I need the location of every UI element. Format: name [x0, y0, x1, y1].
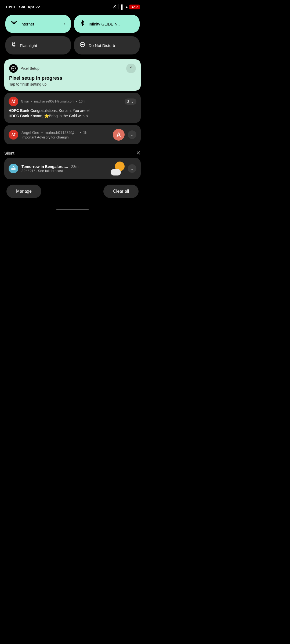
gmail-app-icon: M — [9, 97, 18, 106]
bluetooth-label: Infinity GLIDE N.. — [89, 22, 134, 26]
gmail-chevron-icon: ⌄ — [131, 100, 134, 104]
svg-rect-1 — [13, 42, 15, 43]
home-indicator — [0, 203, 145, 214]
angel-app-icon: M — [9, 130, 18, 140]
status-date: Sat, Apr 22 — [19, 5, 40, 9]
svg-point-4 — [12, 67, 16, 71]
angel-expand-button[interactable]: ⌄ — [128, 130, 136, 139]
signal-icon: ▴ — [126, 4, 128, 9]
status-icons: ✗ ▏▌ ▴ 32% — [113, 4, 140, 9]
manage-button[interactable]: Manage — [6, 185, 41, 198]
angel-app-name: Angel One — [21, 130, 39, 135]
wifi-tile-icon — [11, 20, 17, 28]
angel-chevron-icon: ⌄ — [130, 132, 134, 137]
bluetooth-icon: ✗ — [113, 4, 116, 9]
silent-close-button[interactable]: ✕ — [136, 150, 141, 156]
gmail-notification[interactable]: M Gmail • madhavee9081@gmail.com • 16m 2… — [4, 93, 141, 123]
gmail-sender-1: HDFC Bank — [9, 108, 29, 113]
bluetooth-tile[interactable]: Infinity GLIDE N.. — [74, 15, 140, 33]
gmail-account: madhavee9081@gmail.com — [34, 100, 74, 103]
internet-tile[interactable]: Internet › — [5, 15, 71, 33]
gmail-count: 2 — [127, 100, 129, 104]
weather-title: Tomorrow in Bengaluru:... · 23m — [21, 164, 107, 169]
weather-app-icon — [9, 164, 18, 173]
weather-content: Tomorrow in Bengaluru:... · 23m 32° / 21… — [21, 164, 107, 173]
svg-point-0 — [14, 25, 15, 25]
clear-all-button[interactable]: Clear all — [103, 185, 139, 198]
angel-one-notification[interactable]: M Angel One • mahesh011235@... • 1h Impo… — [4, 125, 141, 144]
gmail-expand-button[interactable]: 2 ⌄ — [125, 98, 136, 105]
gmail-header-left: M Gmail • madhavee9081@gmail.com • 16m — [9, 97, 85, 106]
cloud-graphic — [111, 169, 121, 175]
status-time: 10:01 — [5, 5, 16, 9]
wifi-icon: ▏▌ — [118, 4, 124, 9]
internet-label: Internet — [20, 22, 61, 26]
pixel-setup-notification[interactable]: Pixel Setup ⌃ Pixel setup in progress Ta… — [4, 59, 141, 91]
pixel-setup-body: Tap to finish setting up — [9, 82, 136, 86]
svg-rect-2 — [13, 45, 14, 47]
status-bar: 10:01 Sat, Apr 22 ✗ ▏▌ ▴ 32% — [0, 0, 145, 12]
pixel-setup-collapse-button[interactable]: ⌃ — [126, 64, 136, 73]
weather-title-text: Tomorrow in Bengaluru:... — [21, 164, 68, 169]
angel-content: Angel One • mahesh011235@... • 1h Import… — [21, 130, 110, 139]
bottom-actions: Manage Clear all — [0, 179, 145, 203]
weather-notification[interactable]: Tomorrow in Bengaluru:... · 23m 32° / 21… — [4, 158, 141, 179]
weather-graphic — [111, 162, 125, 175]
quick-settings-panel: Internet › Infinity GLIDE N.. Flashlight — [0, 12, 145, 57]
angel-body: Important Advisory for changin... — [21, 135, 110, 139]
angel-time: 1h — [83, 130, 88, 135]
battery-icon: 32% — [129, 5, 140, 9]
internet-arrow-icon: › — [64, 21, 66, 26]
pixel-setup-header: Pixel Setup ⌃ — [9, 64, 136, 73]
gmail-preview-2: Konam, ⭐Bring in the Gold with a ... — [30, 114, 92, 118]
status-time-date: 10:01 Sat, Apr 22 — [5, 5, 40, 9]
flashlight-tile[interactable]: Flashlight — [5, 36, 71, 54]
gmail-time: 16m — [79, 100, 85, 103]
gmail-message-1: HDFC Bank Congratulations, Konam: You ar… — [9, 108, 136, 113]
flashlight-label: Flashlight — [20, 43, 66, 48]
gmail-preview-1: Congratulations, Konam: You are el... — [30, 108, 93, 113]
dnd-label: Do Not Disturb — [89, 43, 134, 48]
pixel-setup-title: Pixel setup in progress — [9, 75, 136, 81]
gmail-message-2: HDFC Bank Konam, ⭐Bring in the Gold with… — [9, 114, 136, 118]
weather-time: · 23m — [69, 164, 78, 169]
pixel-setup-header-left: Pixel Setup — [9, 64, 39, 73]
angel-avatar: A — [113, 129, 125, 141]
home-bar — [56, 209, 89, 210]
gmail-meta: Gmail • madhavee9081@gmail.com • 16m — [21, 100, 85, 103]
gmail-app-name: Gmail — [21, 100, 29, 103]
weather-expand-button[interactable]: ⌄ — [128, 164, 136, 173]
gmail-header: M Gmail • madhavee9081@gmail.com • 16m 2… — [9, 97, 136, 106]
angel-header: Angel One • mahesh011235@... • 1h — [21, 130, 110, 135]
silent-section-header: Silent ✕ — [0, 147, 145, 158]
dnd-tile[interactable]: Do Not Disturb — [74, 36, 140, 54]
weather-body: 32° / 21° · See full forecast — [21, 169, 107, 173]
dnd-tile-icon — [79, 42, 85, 49]
bluetooth-tile-icon — [79, 20, 85, 28]
pixel-setup-app-icon — [9, 64, 18, 73]
angel-account: mahesh011235@... — [45, 130, 78, 135]
silent-label: Silent — [4, 151, 15, 155]
pixel-setup-app-name: Pixel Setup — [20, 66, 39, 71]
svg-rect-5 — [11, 168, 16, 170]
flashlight-tile-icon — [11, 42, 17, 49]
notifications-panel: Pixel Setup ⌃ Pixel setup in progress Ta… — [0, 57, 145, 147]
gmail-sender-2: HDFC Bank — [9, 114, 29, 118]
weather-chevron-icon: ⌄ — [130, 166, 134, 171]
